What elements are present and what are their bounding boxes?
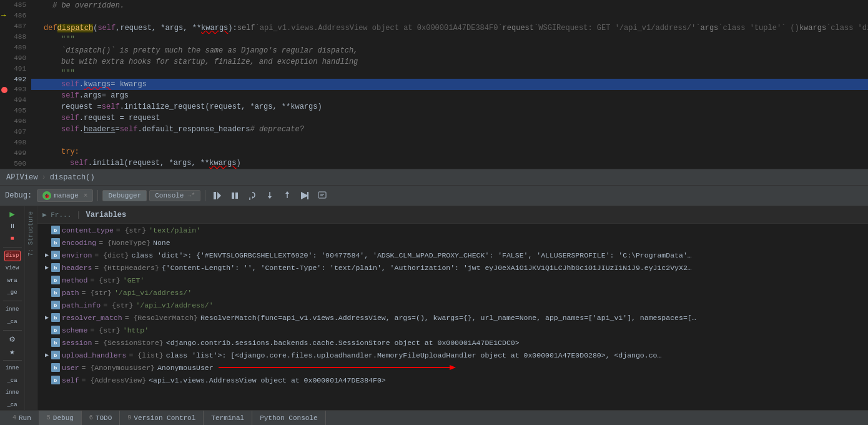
expand-icon-upload[interactable]: ▶: [42, 351, 51, 359]
gutter-line-496[interactable]: 496: [0, 116, 31, 127]
gutter-line-495: 495: [0, 106, 31, 116]
step-out-button[interactable]: [280, 188, 295, 203]
var-scheme[interactable]: b scheme = {str} 'http': [37, 324, 868, 336]
expand-icon-session[interactable]: [42, 338, 51, 347]
run-to-cursor-button[interactable]: [297, 188, 312, 203]
gutter-line-487: 487: [0, 21, 31, 32]
var-name-method: method: [62, 276, 87, 284]
status-tab-todo[interactable]: 6 TODO: [82, 411, 120, 426]
expand-icon-content-type[interactable]: [42, 226, 51, 234]
var-name-self: self: [62, 376, 79, 384]
star-ctrl[interactable]: ★: [4, 346, 21, 357]
status-bar: 4 Run 5 Debug 6 TODO 9 Version Control T…: [0, 410, 868, 425]
var-type-headers: = {HttpHeaders}: [94, 264, 159, 272]
var-upload-handlers[interactable]: ▶ b upload_handlers = {list} class 'list…: [37, 349, 868, 361]
expand-icon-encoding[interactable]: [42, 238, 51, 247]
status-tab-debug[interactable]: 5 Debug: [39, 411, 82, 426]
status-tab-python-console[interactable]: Python Console: [252, 411, 325, 426]
console-label: Console: [155, 192, 184, 199]
var-self[interactable]: b self = {AddressView} <api_v1.views.Add…: [37, 374, 868, 386]
var-environ[interactable]: ▶ b environ = {dict} class 'dict'>: {'#E…: [37, 249, 868, 261]
ca2-ctrl[interactable]: _ca: [4, 376, 21, 386]
breadcrumb-child[interactable]: dispatch(): [50, 173, 95, 182]
var-path[interactable]: b path = {str} '/api_v1/address/': [37, 286, 868, 299]
status-tab-version-control[interactable]: 9 Version Control: [120, 411, 204, 426]
var-type-self: = {AddressView}: [82, 376, 147, 384]
pause-button[interactable]: [227, 188, 242, 203]
code-line-493: self.args = args: [31, 90, 868, 101]
status-tab-run[interactable]: 4 Run: [5, 411, 39, 426]
gutter-line-493[interactable]: 493: [0, 84, 31, 95]
expand-icon-method[interactable]: [42, 276, 51, 284]
var-type-icon-user: b: [51, 363, 60, 372]
inne2-ctrl[interactable]: inne: [4, 363, 21, 373]
wrap-ctrl[interactable]: wra: [4, 275, 21, 285]
expand-icon-environ[interactable]: ▶: [42, 251, 51, 259]
var-type-icon-path-info: b: [51, 301, 60, 309]
var-value-headers: {'Content-Length': '', 'Content-Type': '…: [162, 264, 693, 272]
var-type-path-info: = {str}: [103, 301, 133, 309]
expand-icon-path[interactable]: [42, 288, 51, 297]
var-value-path: '/api_v1/address/': [114, 289, 192, 297]
expand-icon-headers[interactable]: ▶: [42, 263, 51, 272]
ca-ctrl[interactable]: _ca: [4, 316, 21, 326]
gutter-line-488[interactable]: 488: [0, 32, 31, 42]
toolbar-separator-1: [97, 190, 98, 201]
var-type-environ: = {dict}: [94, 251, 129, 259]
active-frame-ctrl[interactable]: disp: [4, 251, 21, 261]
pause-ctrl[interactable]: ⏸: [4, 221, 21, 231]
var-resolver-match[interactable]: ▶ b resolver_match = {ResolverMatch} Res…: [37, 311, 868, 324]
gutter-line-498[interactable]: 498: [0, 137, 31, 148]
var-name-headers: headers: [62, 264, 92, 272]
var-value-path-info: '/api_v1/address/': [136, 301, 213, 309]
ca3-ctrl[interactable]: _ca: [4, 400, 21, 410]
step-over-button[interactable]: [245, 188, 260, 203]
var-session[interactable]: b session = {SessionStore} <django.contr…: [37, 336, 868, 349]
inne-ctrl[interactable]: inne: [4, 304, 21, 314]
code-line-488: """: [31, 34, 868, 45]
var-content-type[interactable]: b content_type = {str} 'text/plain': [37, 224, 868, 236]
expand-icon-path-info[interactable]: [42, 301, 51, 309]
resume-ctrl[interactable]: ▶: [4, 209, 21, 219]
code-line-496: self. headers = self.default_response_he…: [31, 124, 868, 135]
debug-tab-name: manage: [54, 192, 79, 199]
breadcrumb-parent[interactable]: APIView: [6, 173, 37, 182]
gutter-line-485: 485: [0, 0, 31, 11]
view-ctrl[interactable]: view: [4, 263, 21, 273]
expand-icon-self[interactable]: [42, 376, 51, 384]
var-type-resolver: = {ResolverMatch}: [125, 314, 198, 322]
evaluate-button[interactable]: [315, 188, 330, 203]
var-value-self: <api_v1.views.AddressView object at 0x00…: [149, 376, 386, 384]
var-user[interactable]: b user = {AnonymousUser} AnonymousUser: [37, 361, 868, 374]
gutter-line-494: 494: [0, 95, 31, 106]
variables-list[interactable]: b content_type = {str} 'text/plain' b en…: [37, 224, 868, 410]
ctrl-divider: [3, 247, 22, 248]
code-editor[interactable]: # be overridden. def dispatch ( self , r…: [31, 0, 868, 169]
debugger-button[interactable]: Debugger: [102, 190, 147, 201]
var-value-upload: class 'list'>: [<django.core.files.uploa…: [166, 351, 666, 359]
expand-icon-user[interactable]: [42, 363, 51, 372]
red-arrow-annotation: [219, 363, 456, 372]
var-method[interactable]: b method = {str} 'GET': [37, 274, 868, 286]
stop-ctrl[interactable]: ■: [4, 233, 21, 243]
var-name-user: user: [62, 364, 79, 372]
frames-tab[interactable]: ▶ Fr...: [42, 211, 71, 219]
debug-tab-close[interactable]: ×: [84, 192, 88, 199]
var-path-info[interactable]: b path_info = {str} '/api_v1/address/': [37, 299, 868, 311]
var-headers[interactable]: ▶ b headers = {HttpHeaders} {'Content-Le…: [37, 261, 868, 274]
expand-icon-scheme[interactable]: [42, 326, 51, 334]
status-tab-terminal[interactable]: Terminal: [204, 411, 252, 426]
get-ctrl[interactable]: _ge: [4, 288, 21, 298]
resume-button[interactable]: [210, 188, 225, 203]
console-button[interactable]: Console →*: [149, 190, 200, 201]
variables-tab[interactable]: Variables: [86, 211, 126, 219]
gutter-line-486: 486: [0, 11, 31, 21]
inne3-ctrl[interactable]: inne: [4, 388, 21, 398]
expand-icon-resolver[interactable]: ▶: [42, 313, 51, 322]
var-type-user: = {AnonymousUser}: [82, 364, 155, 372]
var-encoding[interactable]: b encoding = {NoneType} None: [37, 236, 868, 249]
var-name-encoding: encoding: [62, 239, 96, 247]
debug-session-tab[interactable]: 🐞 manage ×: [37, 189, 93, 202]
gear-ctrl[interactable]: ⚙: [4, 334, 21, 344]
step-into-button[interactable]: [262, 188, 277, 203]
